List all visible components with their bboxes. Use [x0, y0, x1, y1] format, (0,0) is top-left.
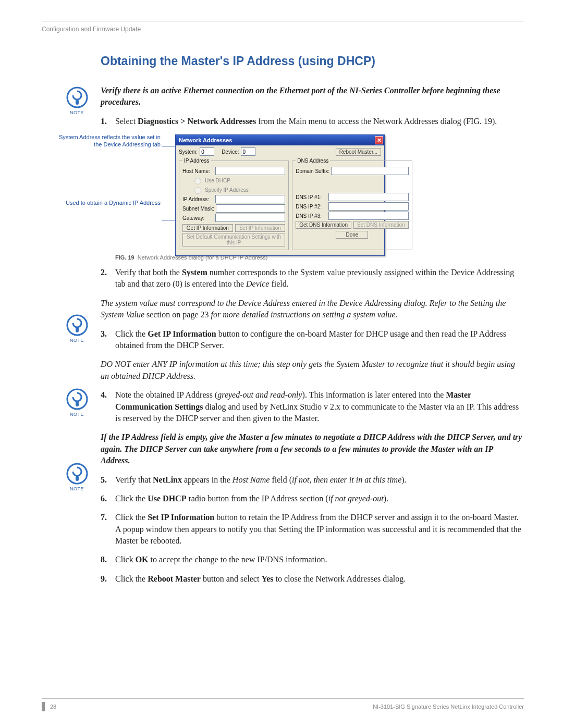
get-dns-button[interactable]: Get DNS Information	[296, 221, 351, 229]
note-text: Verify there is an active Ethernet conne…	[101, 85, 524, 108]
breadcrumb: Configuration and Firmware Update	[42, 26, 524, 33]
note-icon: NOTE	[63, 314, 91, 343]
subnet-input[interactable]	[216, 204, 285, 213]
step: 4. Note the obtained IP Address (greyed-…	[101, 389, 524, 424]
step: 9. Click the Reboot Master button and se…	[101, 573, 524, 585]
note-icon: NOTE	[63, 462, 91, 491]
use-dhcp-radio[interactable]	[194, 178, 201, 184]
done-button[interactable]: Done	[336, 231, 368, 239]
step: 7. Click the Set IP Information button t…	[101, 512, 524, 547]
svg-rect-7	[76, 476, 79, 481]
svg-rect-1	[76, 100, 79, 105]
get-ip-button[interactable]: Get IP Information	[182, 224, 233, 232]
device-label: Device:	[222, 149, 239, 155]
step: 6. Click the Use DHCP radio button from …	[101, 493, 524, 504]
step: 8. Click OK to accept the change to the …	[101, 554, 524, 565]
dialog-title: Network Addresses	[179, 137, 232, 143]
dns1-label: DNS IP #1:	[296, 194, 327, 200]
dns1-input[interactable]	[328, 193, 409, 201]
step: 2. Verify that both the System number co…	[101, 267, 524, 290]
note-text: The system value must correspond to the …	[101, 298, 524, 321]
system-label: System:	[179, 149, 198, 155]
note-text: DO NOT enter ANY IP information at this …	[101, 359, 524, 382]
svg-rect-5	[76, 401, 79, 406]
dns3-label: DNS IP #3:	[296, 213, 327, 219]
device-input[interactable]	[241, 147, 255, 156]
network-addresses-dialog: Network Addresses ✕ System: Device: Rebo…	[175, 134, 385, 256]
note-icon: NOTE	[63, 86, 91, 115]
dns2-label: DNS IP #2:	[296, 204, 327, 209]
system-input[interactable]	[200, 147, 214, 156]
svg-rect-3	[76, 327, 79, 332]
gateway-label: Gateway:	[182, 215, 214, 221]
hostname-input[interactable]	[215, 167, 285, 175]
domain-input[interactable]	[331, 167, 409, 175]
close-icon[interactable]: ✕	[375, 136, 383, 144]
ip-input[interactable]	[215, 195, 285, 203]
step: 3. Click the Get IP Information button t…	[101, 328, 524, 352]
subnet-label: Subnet Mask:	[182, 206, 214, 212]
hostname-label: Host Name:	[182, 168, 214, 174]
gateway-input[interactable]	[215, 214, 285, 222]
step: 1. Select Diagnostics > Network Addresse…	[101, 116, 524, 127]
figure: System Address reflects the value set in…	[101, 134, 524, 249]
note-icon: NOTE	[63, 388, 91, 417]
note-text: If the IP Address field is empty, give t…	[101, 431, 524, 466]
page-number: 28	[50, 704, 56, 710]
page-footer: 28 NI-3101-SIG Signature Series NetLinx …	[42, 698, 524, 711]
dns2-input[interactable]	[328, 202, 409, 211]
set-ip-button[interactable]: Set IP Information	[235, 224, 286, 232]
set-default-button[interactable]: Set Default Communication Settings with …	[182, 233, 285, 246]
domain-label: Domain Suffix:	[296, 168, 329, 174]
ip-label: IP Address:	[182, 196, 214, 202]
callout-system-address: System Address reflects the value set in…	[56, 134, 161, 149]
specify-ip-radio[interactable]	[194, 187, 201, 194]
page-title: Obtaining the Master's IP Address (using…	[101, 54, 524, 69]
callout-dynamic-ip: Used to obtain a Dynamic IP Address	[56, 200, 161, 207]
dns3-input[interactable]	[328, 212, 409, 220]
reboot-master-button[interactable]: Reboot Master...	[336, 148, 381, 156]
ip-address-group: IP Address Host Name: Use DHCP Specify I…	[179, 158, 289, 250]
set-dns-button[interactable]: Set DNS Information	[353, 221, 409, 229]
book-title: NI-3101-SIG Signature Series NetLinx Int…	[373, 704, 524, 710]
dns-address-group: DNS Address Domain Suffix: DNS IP #1: DN…	[292, 158, 412, 250]
step: 5. Verify that NetLinx appears in the Ho…	[101, 474, 524, 486]
